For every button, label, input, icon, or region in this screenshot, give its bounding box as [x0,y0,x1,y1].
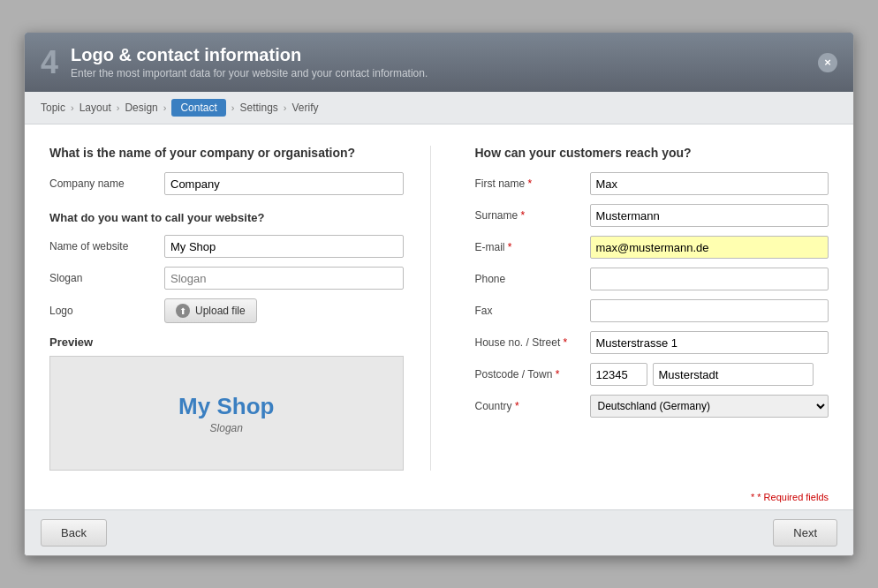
country-label: Country * [475,400,581,412]
header-left: 4 Logo & contact information Enter the m… [41,45,428,79]
street-input[interactable] [590,331,829,354]
sep-1: › [71,102,74,113]
close-button[interactable]: × [818,53,837,72]
dialog-header: 4 Logo & contact information Enter the m… [25,33,853,92]
preview-box: My Shop Slogan [49,356,404,471]
postcode-required: * [556,368,560,381]
right-column: How can your customers reach you? First … [466,146,829,471]
surname-required: * [521,209,526,222]
email-required: * [508,241,512,253]
breadcrumb-layout[interactable]: Layout [79,102,111,114]
next-button[interactable]: Next [773,519,837,547]
phone-label: Phone [475,273,581,285]
street-required: * [564,336,568,349]
street-row: House no. / Street * [475,331,829,354]
sep-5: › [284,102,287,113]
first-name-required: * [528,177,533,190]
breadcrumb-topic[interactable]: Topic [41,102,65,114]
company-name-input[interactable] [164,172,404,195]
postcode-label: Postcode / Town * [475,368,581,381]
first-name-input[interactable] [590,172,829,195]
website-name-input[interactable] [164,235,404,258]
upload-btn-label: Upload file [195,305,246,317]
logo-row: Logo ⬆ Upload file [49,298,404,323]
postcode-town-group [590,363,814,386]
website-name-row: Name of website [49,235,404,258]
left-column: What is the name of your company or orga… [49,146,431,471]
dialog-footer: Back Next [25,509,853,555]
website-section-title: What do you want to call your website? [49,211,404,224]
fax-label: Fax [475,305,581,317]
company-name-row: Company name [49,172,404,195]
website-name-label: Name of website [49,240,155,253]
breadcrumb-settings[interactable]: Settings [239,102,277,114]
phone-input[interactable] [590,268,829,290]
main-dialog: 4 Logo & contact information Enter the m… [24,32,854,556]
breadcrumb: Topic › Layout › Design › Contact › Sett… [25,92,853,124]
preview-slogan: Slogan [210,422,243,434]
street-label: House no. / Street * [475,336,581,349]
contact-section-title: How can your customers reach you? [475,146,829,160]
company-section-title: What is the name of your company or orga… [49,146,404,160]
email-label: E-mail * [475,241,581,253]
sep-3: › [163,102,167,113]
preview-label: Preview [49,335,404,349]
step-number: 4 [41,47,58,79]
email-row: E-mail * [475,236,829,259]
slogan-row: Slogan [49,267,404,290]
upload-button[interactable]: ⬆ Upload file [164,298,257,323]
phone-row: Phone [475,268,829,290]
country-required: * [515,400,519,412]
email-input[interactable] [590,236,829,259]
breadcrumb-design[interactable]: Design [125,102,157,114]
breadcrumb-contact[interactable]: Contact [171,99,225,117]
logo-label: Logo [49,305,155,317]
country-select[interactable]: Deutschland (Germany) [590,395,829,418]
surname-row: Surname * [475,204,829,227]
town-input[interactable] [653,363,814,386]
first-name-row: First name * [475,172,829,195]
back-button[interactable]: Back [41,519,107,547]
sep-4: › [231,102,235,113]
header-text: Logo & contact information Enter the mos… [71,45,428,79]
surname-label: Surname * [475,209,581,222]
postcode-row: Postcode / Town * [475,363,829,386]
postcode-input[interactable] [590,363,647,386]
required-note: * * Required fields [25,485,853,509]
breadcrumb-verify[interactable]: Verify [291,102,318,114]
first-name-label: First name * [475,177,581,190]
surname-input[interactable] [590,204,829,227]
sep-2: › [117,102,120,113]
slogan-label: Slogan [49,272,155,284]
upload-icon: ⬆ [176,304,190,318]
country-row: Country * Deutschland (Germany) [475,395,829,418]
dialog-body: What is the name of your company or orga… [25,124,853,485]
company-name-label: Company name [49,177,155,190]
fax-row: Fax [475,299,829,322]
preview-shop-name: My Shop [178,393,274,420]
dialog-subtitle: Enter the most important data for your w… [71,67,428,79]
required-asterisk: * [751,492,754,502]
slogan-input[interactable] [164,267,404,290]
fax-input[interactable] [590,299,829,322]
dialog-title: Logo & contact information [71,45,428,65]
